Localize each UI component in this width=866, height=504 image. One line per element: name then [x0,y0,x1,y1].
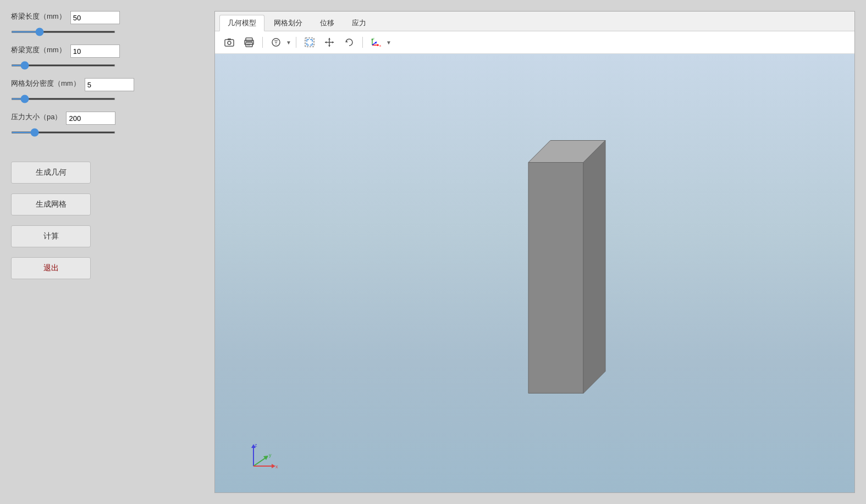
axis-button[interactable]: x z [367,35,385,50]
svg-text:x: x [379,44,381,47]
svg-marker-47 [272,464,275,468]
generate-mesh-button[interactable]: 生成网格 [11,193,91,215]
button-group: 生成几何 生成网格 计算 退出 [11,162,209,279]
axis-icon: x z [370,37,382,47]
mesh-density-group: 网格划分密度（mm） [11,78,209,102]
tab-mesh[interactable]: 网格划分 [266,15,311,31]
zoom-icon [305,37,315,47]
bridge-width-input[interactable] [70,45,120,58]
tab-geometry[interactable]: 几何模型 [219,15,264,31]
model-svg [506,130,627,416]
svg-marker-26 [332,41,334,43]
svg-marker-30 [377,44,379,46]
svg-rect-12 [305,38,314,47]
svg-text:x: x [275,464,278,469]
print-button[interactable] [240,35,258,50]
svg-marker-24 [328,45,330,47]
svg-line-28 [347,40,350,41]
rotate-button[interactable] [340,35,358,50]
filter-dropdown-arrow[interactable]: ▼ [286,40,291,46]
svg-rect-2 [228,38,231,40]
axis-indicator-bottom-left: z y x [242,441,281,476]
svg-rect-3 [246,38,252,41]
svg-marker-23 [328,38,330,40]
filter-dropdown[interactable]: ▼ [267,35,291,50]
bridge-length-input[interactable] [70,11,120,24]
zoom-button[interactable] [301,35,318,50]
mesh-density-label: 网格划分密度（mm） [11,79,80,88]
pan-button[interactable] [321,35,338,50]
mesh-density-input[interactable] [85,78,134,91]
right-panel: 几何模型 网格划分 位移 应力 [214,11,855,493]
calculate-button[interactable]: 计算 [11,225,91,247]
separator-2 [296,37,296,48]
svg-text:z: z [373,37,374,40]
svg-marker-37 [528,163,583,394]
pressure-input[interactable] [66,112,115,125]
bridge-width-group: 桥梁宽度（mm） [11,45,209,68]
pan-icon [324,37,334,47]
pressure-group: 压力大小（pa） [11,112,209,135]
3d-model [506,130,627,417]
separator-1 [262,37,263,48]
svg-marker-39 [583,141,605,394]
tab-bar: 几何模型 网格划分 位移 应力 [215,12,854,31]
axis-dropdown-arrow[interactable]: ▼ [386,40,391,46]
left-panel: 桥梁长度（mm） 桥梁宽度（mm） 网格划分密度（mm） [11,11,214,493]
exit-button[interactable]: 退出 [11,257,91,279]
pressure-slider[interactable] [11,131,115,134]
svg-text:y: y [269,452,272,458]
tab-displacement[interactable]: 位移 [312,15,343,31]
rotate-icon [344,37,354,47]
separator-3 [362,37,363,48]
filter-icon [271,37,281,47]
filter-button[interactable] [267,35,285,50]
viewport-3d[interactable]: z y x [215,54,854,492]
bridge-width-slider[interactable] [11,64,115,67]
generate-geometry-button[interactable]: 生成几何 [11,162,91,184]
toolbar: ▼ [215,31,854,54]
axis-dropdown[interactable]: x z ▼ [367,35,391,50]
svg-rect-0 [225,40,234,46]
svg-marker-25 [325,41,327,43]
axis-indicator-svg: z y x [242,441,281,474]
print-icon [244,37,254,47]
pressure-label: 压力大小（pa） [11,112,62,122]
tab-stress[interactable]: 应力 [344,15,374,31]
camera-icon [224,37,234,47]
bridge-length-slider[interactable] [11,31,115,33]
bridge-length-group: 桥梁长度（mm） [11,11,209,35]
bridge-length-label: 桥梁长度（mm） [11,12,66,21]
mesh-density-slider[interactable] [11,98,115,100]
svg-text:z: z [255,442,257,448]
svg-point-1 [228,41,231,45]
screenshot-button[interactable] [220,35,238,50]
bridge-width-label: 桥梁宽度（mm） [11,45,66,55]
